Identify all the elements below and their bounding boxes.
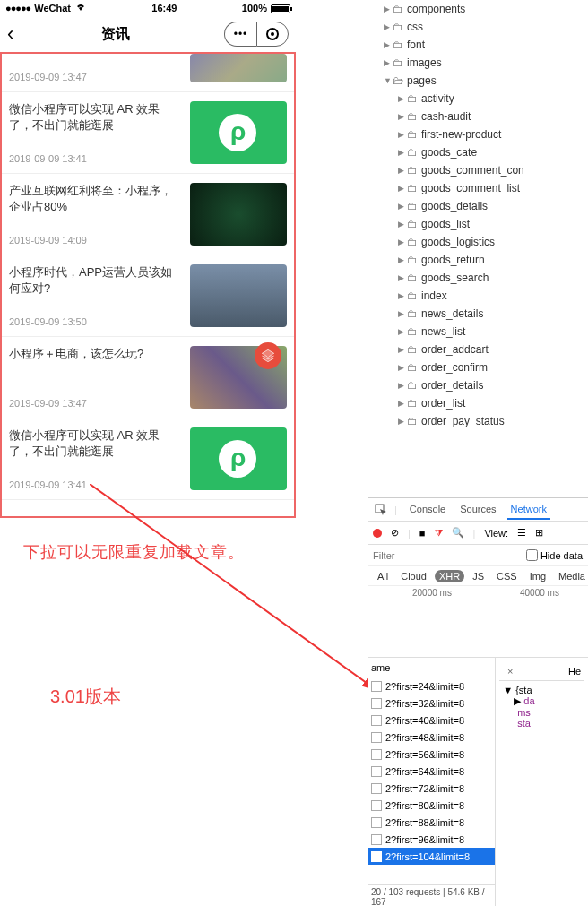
type-filter-js[interactable]: JS — [468, 570, 489, 582]
tree-folder[interactable]: ▶🗀goods_details — [368, 197, 588, 215]
tree-folder[interactable]: ▶🗀news_list — [368, 323, 588, 341]
article-item[interactable]: 小程序时代，APP运营人员该如何应对? 2019-09-09 13:50 — [2, 255, 294, 337]
type-filter-all[interactable]: All — [373, 570, 393, 582]
expand-icon[interactable]: ▶ — [398, 399, 407, 408]
close-icon[interactable]: × — [503, 666, 517, 677]
tree-folder[interactable]: ▶🗀goods_logistics — [368, 233, 588, 251]
tab-headers[interactable]: He — [568, 666, 581, 677]
article-item[interactable]: 微信小程序可以实现 AR 效果了，不出门就能逛展 2019-09-09 13:4… — [2, 92, 294, 174]
request-row[interactable]: 2?first=48&limit=8 — [368, 729, 495, 746]
tree-folder[interactable]: ▶🗀index — [368, 287, 588, 305]
tab-network[interactable]: Network — [507, 500, 550, 520]
request-row[interactable]: 2?first=40&limit=8 — [368, 712, 495, 729]
expand-icon[interactable]: ▶ — [398, 345, 407, 354]
expand-icon[interactable]: ▶ — [398, 166, 407, 175]
expand-icon[interactable]: ▶ — [398, 417, 407, 426]
grid-view-icon[interactable]: ⊞ — [535, 527, 543, 539]
type-filter-img[interactable]: Img — [525, 570, 550, 582]
expand-icon[interactable]: ▶ — [398, 273, 407, 282]
tree-folder[interactable]: ▶🗀order_addcart — [368, 341, 588, 358]
filter-icon[interactable]: ⧩ — [435, 527, 443, 539]
tree-folder[interactable]: ▶🗀goods_comment_list — [368, 179, 588, 197]
request-row[interactable]: 2?first=80&limit=8 — [368, 797, 495, 814]
camera-icon[interactable]: ■ — [419, 528, 426, 539]
expand-icon[interactable]: ▶ — [398, 130, 407, 139]
article-feed[interactable]: 2019-09-09 13:47 微信小程序可以实现 AR 效果了，不出门就能逛… — [0, 52, 296, 518]
network-timeline[interactable]: 20000 ms 40000 ms — [368, 586, 588, 658]
request-row[interactable]: 2?first=88&limit=8 — [368, 814, 495, 831]
type-filter-xhr[interactable]: XHR — [435, 570, 464, 582]
tree-folder[interactable]: ▶🗀goods_search — [368, 269, 588, 287]
list-view-icon[interactable]: ☰ — [517, 527, 526, 539]
tree-folder[interactable]: ▶🗀order_list — [368, 394, 588, 412]
tree-label: goods_cate — [421, 146, 477, 159]
capsule-close-button[interactable] — [256, 22, 289, 47]
expand-icon[interactable]: ▶ — [398, 94, 407, 103]
article-item[interactable]: 产业互联网红利将至：小程序，企业占80% 2019-09-09 14:09 — [2, 174, 294, 255]
tree-folder[interactable]: ▶🗀cash-audit — [368, 108, 588, 125]
expand-icon[interactable]: ▶ — [398, 202, 407, 211]
tree-folder[interactable]: ▶🗀order_details — [368, 376, 588, 394]
column-name[interactable]: ame — [371, 662, 390, 673]
tree-folder[interactable]: ▶🗀goods_return — [368, 251, 588, 269]
expand-icon[interactable]: ▶ — [398, 363, 407, 372]
expand-icon[interactable]: ▶ — [384, 4, 393, 13]
expand-icon[interactable]: ▶ — [398, 148, 407, 157]
expand-icon[interactable]: ▶ — [398, 184, 407, 193]
filter-input[interactable] — [373, 550, 526, 561]
expand-icon[interactable]: ▶ — [398, 381, 407, 390]
tab-sources[interactable]: Sources — [456, 500, 499, 520]
capsule-menu: ••• — [217, 22, 289, 47]
tree-folder[interactable]: ▶🗀goods_comment_con — [368, 161, 588, 179]
tree-folder[interactable]: ▶🗀goods_list — [368, 215, 588, 233]
expand-icon[interactable]: ▶ — [398, 291, 407, 300]
expand-icon[interactable]: ▶ — [384, 58, 393, 67]
tree-folder[interactable]: ▶🗀news_details — [368, 305, 588, 323]
tree-folder[interactable]: ▶🗀images — [368, 54, 588, 72]
status-bar: ●●●●● WeChat 16:49 100% — [0, 0, 296, 16]
expand-icon[interactable]: ▶ — [398, 220, 407, 229]
tree-folder[interactable]: ▶🗀font — [368, 36, 588, 54]
tree-folder[interactable]: ▶🗀order_pay_status — [368, 412, 588, 430]
request-row[interactable]: 2?first=24&limit=8 — [368, 677, 495, 695]
article-timestamp: 2019-09-09 13:47 — [9, 398, 183, 409]
tree-folder[interactable]: ▶🗀activity — [368, 90, 588, 108]
expand-icon[interactable]: ▶ — [398, 255, 407, 264]
expand-icon[interactable]: ▶ — [398, 237, 407, 246]
expand-icon[interactable]: ▶ — [384, 22, 393, 31]
request-row[interactable]: 2?first=72&limit=8 — [368, 780, 495, 797]
tree-folder[interactable]: ▶🗀goods_cate — [368, 143, 588, 161]
inspect-icon[interactable] — [373, 502, 389, 518]
expand-icon[interactable]: ▶ — [398, 309, 407, 318]
back-button[interactable]: ‹ — [7, 22, 13, 46]
record-button[interactable] — [373, 529, 382, 538]
request-row[interactable]: 2?first=56&limit=8 — [368, 746, 495, 763]
type-filter-cloud[interactable]: Cloud — [396, 570, 431, 582]
request-row[interactable]: 2?first=104&limit=8 — [368, 848, 495, 865]
request-row[interactable]: 2?first=96&limit=8 — [368, 831, 495, 848]
article-item[interactable]: 小程序＋电商，该怎么玩? 2019-09-09 13:47 — [2, 337, 294, 418]
folder-icon: 🗀 — [407, 236, 419, 248]
expand-icon[interactable]: ▶ — [398, 327, 407, 336]
tab-console[interactable]: Console — [406, 500, 449, 520]
request-row[interactable]: 2?first=32&limit=8 — [368, 695, 495, 712]
floating-action-button[interactable] — [255, 342, 281, 369]
expand-icon[interactable]: ▼ — [384, 76, 393, 85]
hide-data-checkbox[interactable]: Hide data — [526, 549, 583, 561]
tree-folder[interactable]: ▶🗀order_confirm — [368, 358, 588, 376]
request-row[interactable]: 2?first=64&limit=8 — [368, 763, 495, 780]
article-item[interactable]: 微信小程序可以实现 AR 效果了，不出门就能逛展 2019-09-09 13:4… — [2, 418, 294, 500]
folder-icon: 🗀 — [407, 164, 419, 177]
type-filter-css[interactable]: CSS — [492, 570, 522, 582]
type-filter-media[interactable]: Media — [554, 570, 588, 582]
tree-folder[interactable]: ▶🗀components — [368, 0, 588, 18]
tree-folder-pages[interactable]: ▼ 🗁 pages — [368, 72, 588, 90]
capsule-more-button[interactable]: ••• — [224, 22, 256, 47]
tree-folder[interactable]: ▶🗀css — [368, 18, 588, 36]
search-icon[interactable]: 🔍 — [452, 527, 464, 539]
expand-icon[interactable]: ▶ — [384, 40, 393, 49]
article-item[interactable]: 2019-09-09 13:47 — [2, 54, 294, 92]
tree-folder[interactable]: ▶🗀first-new-product — [368, 125, 588, 143]
expand-icon[interactable]: ▶ — [398, 112, 407, 121]
clear-icon[interactable]: ⊘ — [391, 527, 399, 539]
